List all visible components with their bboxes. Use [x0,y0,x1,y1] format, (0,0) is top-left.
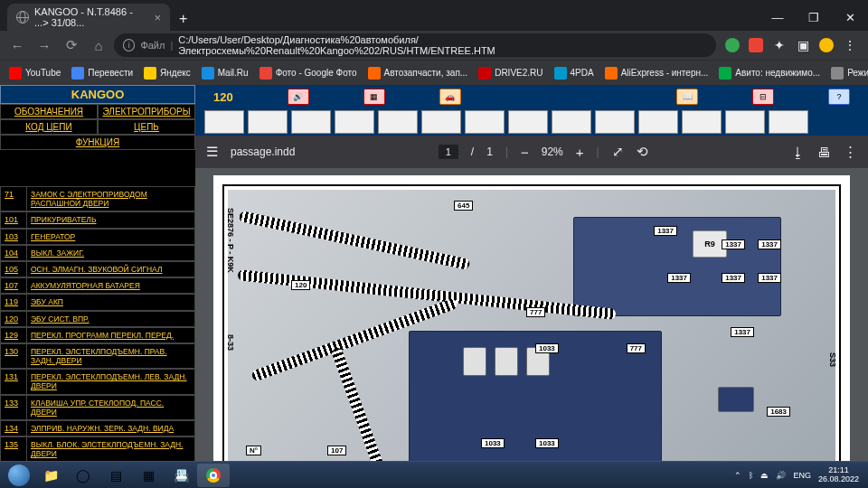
tab-close-icon[interactable]: × [154,11,161,24]
new-tab-button[interactable]: + [170,11,196,31]
sidebar-list-row[interactable]: 101ПРИКУРИВАТЕЛЬ [0,211,195,228]
bookmark-favicon [478,67,491,80]
pdf-page[interactable]: SE2876 - P - K9K 8-33 S33 R9 645 1337 [213,175,850,481]
sidebar-list-row[interactable]: 119ЭБУ АКП [0,294,195,310]
page-thumbnail[interactable] [335,110,374,134]
window-close-button[interactable]: ✕ [832,4,868,31]
nav-reload-button[interactable]: ⟳ [60,33,83,57]
nav-electrics[interactable]: ЭЛЕКТРОПРИБОРЫ [98,104,195,119]
page-thumbnail[interactable] [421,110,461,134]
sidebar-list-row[interactable]: 134ЭЛПРИВ. НАРУЖН. ЗЕРК. ЗАДН. ВИДА [0,420,195,436]
taskbar-app-icon[interactable]: ▦ [132,464,165,487]
tray-language[interactable]: ENG [793,471,811,480]
nav-circuit-code[interactable]: КОД ЦЕПИ [0,119,98,135]
browser-tab[interactable]: KANGOO - N.T.8486 - ...> 31/08... × [7,4,170,31]
page-thumbnail[interactable] [204,110,244,134]
page-thumbnail[interactable] [725,110,765,134]
page-thumbnail[interactable] [769,110,808,134]
sidebar-list-row[interactable]: 135ВЫКЛ. БЛОК. ЭЛСТЕКЛПОДЪЕМН. ЗАДН. ДВЕ… [0,436,195,462]
row-title: ВЫКЛ. ЗАЖИГ. [27,245,195,261]
sidebar-list-row[interactable]: 129ПЕРЕКЛ. ПРОГРАММ ПЕРЕКЛ. ПЕРЕД. [0,327,195,343]
bookmark-item[interactable]: Перевести [68,67,137,80]
site-info-icon[interactable]: i [123,39,135,52]
page-thumbnail[interactable] [595,110,635,134]
pdf-sidebar-toggle-icon[interactable]: ☰ [206,144,218,160]
pdf-page-current[interactable]: 1 [439,145,458,159]
extension-icon[interactable] [725,38,740,52]
menu-icon[interactable]: ⋮ [843,38,857,52]
bookmark-item[interactable]: Авито: недвижимо... [715,67,824,80]
extensions-menu-icon[interactable]: ✦ [772,38,787,52]
bookmark-item[interactable]: 4PDA [551,67,598,80]
page-thumbnail[interactable] [465,110,505,134]
nav-circuit[interactable]: ЦЕПЬ [98,119,195,135]
sidebar-list-row[interactable]: 133КЛАВИША УПР. СТЕКЛОПОД. ПАСС. ДВЕРИ [0,395,195,420]
nav-forward-button[interactable]: → [33,33,56,57]
sidebar-list-row[interactable]: 103ГЕНЕРАТОР [0,229,195,245]
bookmark-favicon [368,67,381,80]
bookmark-item[interactable]: Mail.Ru [198,67,252,80]
nav-designations[interactable]: ОБОЗНАЧЕНИЯ [0,104,98,119]
page-thumbnail[interactable] [682,110,722,134]
sidebar-list-row[interactable]: 71ЗАМОК С ЭЛЕКТРОПРИВОДОМ РАСПАШНОЙ ДВЕР… [0,186,195,211]
nav-back-button[interactable]: ← [5,33,29,57]
taskbar-explorer-icon[interactable]: 📁 [34,464,67,487]
tray-bluetooth-icon[interactable]: ᛒ [749,471,753,480]
sidebar-list-row[interactable]: 131ПЕРЕКЛ. ЭЛСТЕКЛПОДЪЕМН. ЛЕВ. ЗАДН. ДВ… [0,369,195,394]
page-number-label: 120 [213,90,233,104]
page-thumbnail[interactable] [248,110,288,134]
profile-icon[interactable] [819,38,834,52]
bookmark-star-icon[interactable]: ▣ [796,38,810,52]
toolbar-icon[interactable]: ⊟ [752,89,774,105]
bookmark-item[interactable]: AliExpress - интерн... [601,67,712,80]
tray-eject-icon[interactable]: ⏏ [760,471,769,480]
pdf-zoom-out-button[interactable]: − [521,145,529,160]
toolbar-icon[interactable]: 📖 [676,89,698,105]
toolbar-icon[interactable]: 🔊 [288,89,309,105]
page-thumbnail[interactable] [638,110,678,134]
sidebar-list-row[interactable]: 104ВЫКЛ. ЗАЖИГ. [0,245,195,261]
sidebar-list-row[interactable]: 120ЭБУ СИСТ. ВПР. [0,311,195,327]
page-thumbnail[interactable] [552,110,591,134]
pdf-print-icon[interactable]: 🖶 [817,145,831,160]
component-label: 1337 [758,239,781,249]
nav-home-button[interactable]: ⌂ [87,33,110,57]
taskbar-app-icon[interactable]: 📇 [165,464,197,487]
bookmark-favicon [719,67,731,80]
tray-chevron-icon[interactable]: ⌃ [734,471,741,480]
nav-function[interactable]: ФУНКЦИЯ [0,135,195,150]
bookmark-label: Фото - Google Фото [276,68,357,78]
taskbar-app-icon[interactable]: ▤ [99,464,132,487]
bookmark-item[interactable]: DRIVE2.RU [475,67,546,80]
toolbar-icon[interactable]: 🚗 [439,89,461,105]
toolbar-help-icon[interactable]: ? [828,89,850,105]
pdf-rotate-icon[interactable]: ⟲ [637,144,648,160]
pdf-more-icon[interactable]: ⋮ [844,144,857,160]
component-label: 107 [327,446,346,455]
bookmark-item[interactable]: Режим прозвона -... [827,67,868,80]
sidebar-list-row[interactable]: 105ОСН. ЭЛМАГН. ЗВУКОВОЙ СИГНАЛ [0,261,195,277]
toolbar-icon[interactable]: ▦ [363,89,385,105]
taskbar-chrome-icon[interactable] [197,464,230,487]
start-button[interactable] [4,464,34,487]
pdf-download-icon[interactable]: ⭳ [791,145,805,160]
pdf-zoom-in-button[interactable]: + [576,145,584,160]
bookmark-item[interactable]: Автозапчасти, зап... [364,67,472,80]
bookmark-item[interactable]: Яндекс [140,67,194,80]
page-thumbnail[interactable] [291,110,331,134]
tray-volume-icon[interactable]: 🔊 [776,471,786,480]
page-thumbnail[interactable] [378,110,418,134]
taskbar-cortana-icon[interactable]: ◯ [67,464,99,487]
bookmark-item[interactable]: YouTube [5,67,64,80]
tray-clock[interactable]: 21:11 26.08.2022 [818,466,859,484]
sidebar-list-row[interactable]: 107АККУМУЛЯТОРНАЯ БАТАРЕЯ [0,277,195,294]
sidebar-list-row[interactable]: 130ПЕРЕКЛ. ЭЛСТЕКЛПОДЪЕМН. ПРАВ. ЗАДН. Д… [0,343,195,369]
extension-icon[interactable] [749,38,763,52]
window-maximize-button[interactable]: ❐ [796,4,832,31]
window-minimize-button[interactable]: — [760,4,796,31]
page-thumbnail[interactable] [508,110,548,134]
bookmark-item[interactable]: Фото - Google Фото [256,67,361,80]
pdf-fit-page-icon[interactable]: ⤢ [612,144,624,160]
bookmark-favicon [259,67,272,80]
address-bar[interactable]: i Файл | C:/Users/User/Desktop/Диагности… [114,33,716,57]
